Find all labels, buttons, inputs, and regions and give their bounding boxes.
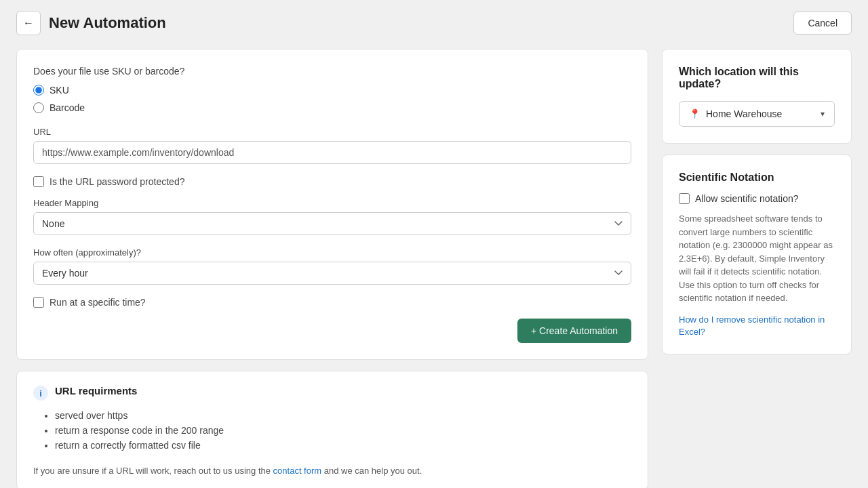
requirements-card: i URL requirments served over https retu… <box>16 371 648 488</box>
sci-description: Some spreadsheet software tends to conve… <box>679 212 835 305</box>
main-layout: Does your file use SKU or barcode? SKU B… <box>16 49 852 488</box>
sci-checkbox-row: Allow scientific notation? <box>679 193 835 204</box>
req-item-200: return a response code in the 200 range <box>55 425 631 436</box>
sci-checkbox-label: Allow scientific notation? <box>695 193 799 204</box>
header-mapping-field-group: Header Mapping None First Row Custom <box>33 198 631 235</box>
location-value: Home Warehouse <box>706 108 815 119</box>
barcode-radio-input[interactable] <box>33 102 44 113</box>
create-automation-button[interactable]: + Create Automation <box>517 319 631 343</box>
sci-checkbox[interactable] <box>679 193 690 204</box>
password-checkbox-label: Is the URL password protected? <box>50 176 184 187</box>
sci-link[interactable]: How do I remove scientific notation in E… <box>679 314 825 337</box>
sku-radio-input[interactable] <box>33 85 44 96</box>
contact-form-link[interactable]: contact form <box>273 466 322 476</box>
header-mapping-label: Header Mapping <box>33 198 631 208</box>
back-button[interactable]: ← <box>16 11 41 35</box>
req-footer-text: If you are unsure if a URL will work, re… <box>33 466 271 476</box>
req-title: URL requirments <box>55 385 137 396</box>
sku-barcode-question: Does your file use SKU or barcode? <box>33 66 631 77</box>
info-icon: i <box>33 386 48 401</box>
barcode-radio-item[interactable]: Barcode <box>33 102 631 113</box>
left-column: Does your file use SKU or barcode? SKU B… <box>16 49 648 488</box>
req-footer: If you are unsure if a URL will work, re… <box>33 460 631 476</box>
frequency-label: How often (approximately)? <box>33 247 631 258</box>
req-item-https: served over https <box>55 410 631 421</box>
sci-title: Scientific Notation <box>679 171 835 184</box>
req-header: i URL requirments <box>33 385 631 401</box>
frequency-field-group: How often (approximately)? Every hour Ev… <box>33 247 631 285</box>
location-pin-icon: 📍 <box>689 108 701 119</box>
right-column: Which location will this update? 📍 Home … <box>662 49 852 354</box>
password-checkbox[interactable] <box>33 176 44 187</box>
sku-barcode-radio-group: SKU Barcode <box>33 85 631 113</box>
url-label: URL <box>33 127 631 137</box>
location-dropdown-button[interactable]: 📍 Home Warehouse ▾ <box>679 101 835 127</box>
page-header: ← New Automation Cancel <box>16 11 852 35</box>
header-mapping-select[interactable]: None First Row Custom <box>33 212 631 235</box>
location-title: Which location will this update? <box>679 66 835 90</box>
chevron-down-icon: ▾ <box>821 109 825 119</box>
page-title: New Automation <box>49 14 166 32</box>
specific-time-checkbox[interactable] <box>33 297 44 308</box>
cancel-button[interactable]: Cancel <box>793 12 852 35</box>
specific-time-checkbox-item: Run at a specific time? <box>33 297 631 308</box>
specific-time-label: Run at a specific time? <box>50 297 146 308</box>
main-form-card: Does your file use SKU or barcode? SKU B… <box>16 49 648 360</box>
req-list: served over https return a response code… <box>33 410 631 451</box>
req-item-csv: return a correctly formatted csv file <box>55 440 631 451</box>
frequency-select[interactable]: Every hour Every 6 hours Every 12 hours … <box>33 262 631 285</box>
url-input[interactable] <box>33 141 631 164</box>
header-left: ← New Automation <box>16 11 166 35</box>
url-field-group: URL <box>33 127 631 164</box>
location-card: Which location will this update? 📍 Home … <box>662 49 852 144</box>
sku-radio-item[interactable]: SKU <box>33 85 631 96</box>
barcode-radio-label: Barcode <box>50 102 85 113</box>
scientific-notation-card: Scientific Notation Allow scientific not… <box>662 155 852 354</box>
sku-radio-label: SKU <box>50 85 69 96</box>
req-footer-text2: and we can help you out. <box>324 466 422 476</box>
button-row: + Create Automation <box>33 319 631 343</box>
password-checkbox-item: Is the URL password protected? <box>33 176 631 187</box>
